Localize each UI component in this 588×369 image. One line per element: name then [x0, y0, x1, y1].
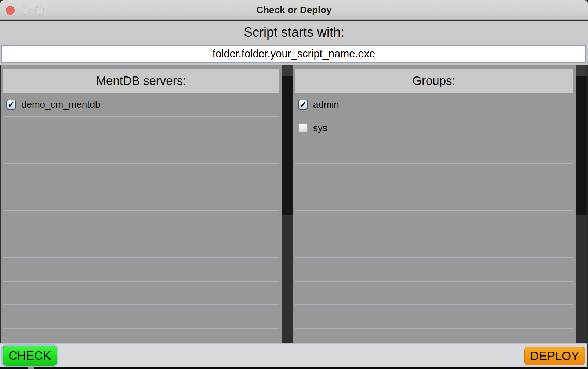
scrollbar-track [576, 65, 587, 76]
servers-panel-title: MentDB servers: [3, 69, 279, 93]
group-row[interactable]: sys [295, 117, 573, 140]
group-row-label: sys [313, 122, 327, 134]
empty-row [3, 305, 279, 329]
empty-row [295, 140, 573, 164]
empty-row [3, 117, 279, 140]
empty-row [295, 282, 573, 305]
scrollbar-track [282, 65, 293, 76]
groups-panel: Groups: ✓adminsys [293, 65, 576, 343]
empty-row [3, 211, 279, 234]
empty-row [3, 164, 279, 187]
window-title: Check or Deploy [0, 0, 588, 20]
content-area: MentDB servers: ✓demo_cm_mentdb Groups: … [0, 65, 588, 343]
group-row-label: admin [313, 99, 339, 110]
empty-row [3, 140, 279, 164]
empty-row [295, 258, 573, 282]
servers-list: ✓demo_cm_mentdb [1, 93, 282, 329]
groups-scrollbar[interactable] [576, 65, 587, 343]
script-name-input[interactable] [1, 45, 586, 63]
empty-row [295, 211, 573, 234]
title-bar: Check or Deploy [0, 0, 588, 20]
deploy-button-label: DEPLOY [524, 347, 585, 365]
resize-grip [28, 367, 34, 369]
checked-checkbox-icon[interactable]: ✓ [298, 100, 308, 110]
servers-panel: MentDB servers: ✓demo_cm_mentdb [1, 65, 282, 343]
deploy-button[interactable]: DEPLOY [523, 345, 587, 367]
unchecked-checkbox-icon[interactable] [298, 123, 308, 133]
scrollbar-thumb[interactable] [576, 76, 587, 215]
empty-row [295, 164, 573, 187]
servers-scrollbar[interactable] [282, 65, 293, 343]
action-bar: CHECK DEPLOY [0, 343, 588, 367]
empty-row [295, 187, 573, 211]
server-row-label: demo_cm_mentdb [21, 99, 100, 110]
scrollbar-thumb[interactable] [282, 76, 293, 215]
script-name-field-container [0, 44, 588, 65]
check-button[interactable]: CHECK [1, 344, 58, 367]
empty-row [3, 187, 279, 211]
empty-row [3, 258, 279, 282]
empty-row [295, 305, 573, 329]
groups-panel-title: Groups: [295, 69, 573, 93]
groups-list: ✓adminsys [293, 93, 576, 329]
window-right-edge [587, 65, 588, 367]
dialog-window: Check or Deploy Script starts with: Ment… [0, 0, 588, 369]
bottom-edge [0, 367, 588, 369]
check-button-label: CHECK [3, 346, 57, 366]
group-row[interactable]: ✓admin [295, 93, 573, 117]
server-row[interactable]: ✓demo_cm_mentdb [3, 93, 279, 117]
empty-row [3, 282, 279, 305]
checked-checkbox-icon[interactable]: ✓ [6, 100, 16, 110]
script-starts-with-label: Script starts with: [0, 21, 588, 44]
empty-row [3, 234, 279, 258]
empty-row [295, 234, 573, 258]
